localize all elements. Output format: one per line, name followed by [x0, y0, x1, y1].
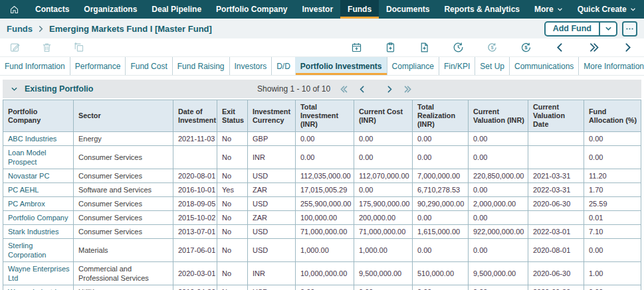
- cell-portfolio-company[interactable]: PC Ambrox: [3, 197, 74, 211]
- home-button[interactable]: [0, 0, 28, 19]
- tab[interactable]: Fin/KPI: [439, 57, 475, 75]
- cell-date-of-investment: 2021-11-03: [173, 132, 217, 146]
- nav-item[interactable]: Quick Create: [570, 0, 643, 19]
- cell-portfolio-company[interactable]: Loan Model Prospect: [3, 146, 74, 169]
- cell-portfolio-company[interactable]: Stark Industries: [3, 225, 74, 239]
- cell-portfolio-company[interactable]: Portfolio Company: [3, 211, 74, 225]
- tab[interactable]: Fund Information: [0, 57, 70, 75]
- tab-label: Compliance: [392, 62, 434, 71]
- nav-item[interactable]: Funds: [340, 0, 379, 19]
- cell-current-valuation: 0.00: [469, 285, 528, 290]
- next-page-icon[interactable]: [385, 85, 393, 94]
- cell-portfolio-company[interactable]: Sterling Corporation: [3, 239, 74, 262]
- cell-exit-status: No: [217, 132, 248, 146]
- nav-item[interactable]: Deal Pipeline: [144, 0, 209, 19]
- collapse-section-icon[interactable]: [11, 86, 18, 93]
- cell-portfolio-company[interactable]: ABC Industries: [3, 132, 74, 146]
- next-record-button[interactable]: [622, 42, 633, 53]
- nav-item[interactable]: Investor: [294, 0, 340, 19]
- table-row[interactable]: Novastar PC Consumer Services 2020-08-01…: [3, 169, 641, 183]
- currency-refresh-button[interactable]: $: [520, 42, 532, 53]
- nav-item-label: Organizations: [84, 5, 137, 14]
- table-row[interactable]: Stark Industries Consumer Services 2013-…: [3, 225, 641, 239]
- column-header[interactable]: Sector: [74, 100, 173, 132]
- column-header[interactable]: Total Realization (INR): [413, 100, 469, 132]
- cell-total-investment: 71,000,000.00: [296, 225, 354, 239]
- column-header[interactable]: Current Cost (INR): [354, 100, 413, 132]
- cell-exit-status: Yes: [217, 183, 248, 197]
- exchange-rate-button[interactable]: $: [486, 42, 498, 53]
- tab[interactable]: Compliance: [387, 57, 439, 75]
- tab[interactable]: More Information: [578, 57, 644, 75]
- table-row[interactable]: Portfolio Company Consumer Services 2015…: [3, 211, 641, 225]
- cell-portfolio-company[interactable]: PC AEHL: [3, 183, 74, 197]
- cell-current-cost: 0.00: [354, 183, 413, 197]
- table-row[interactable]: Wayne Enterprises Ltd Commercial and Pro…: [3, 262, 641, 285]
- previous-page-icon[interactable]: [358, 85, 366, 94]
- cell-current-valuation-date: 2020-06-30: [528, 262, 584, 285]
- table-row[interactable]: Sterling Corporation Materials 2017-06-0…: [3, 239, 641, 262]
- cell-total-investment: 1,000.00: [296, 239, 354, 262]
- tab[interactable]: Fund Raising: [172, 57, 229, 75]
- cell-portfolio-company[interactable]: Wayne Enterprises Ltd: [3, 262, 74, 285]
- nav-item[interactable]: Portfolio Company: [209, 0, 294, 19]
- chevron-left-icon: [554, 42, 566, 53]
- cell-current-valuation-date: 2022-03-01: [528, 225, 584, 239]
- nav-item[interactable]: Contacts: [28, 0, 76, 19]
- nav-item[interactable]: Organizations: [76, 0, 144, 19]
- tab[interactable]: Communications: [509, 57, 578, 75]
- table-row[interactable]: PC Ambrox Consumer Services 2018-09-05 N…: [3, 197, 641, 211]
- column-header[interactable]: Current Valuation (INR): [469, 100, 528, 132]
- column-header[interactable]: Date of Investment: [173, 100, 217, 132]
- cell-fund-allocation: 0.00: [584, 132, 641, 146]
- add-note-button[interactable]: [385, 42, 396, 53]
- cell-current-cost: 112,070,000.00: [354, 169, 413, 183]
- expand-records-button[interactable]: [588, 42, 599, 53]
- breadcrumb-root-link[interactable]: Funds: [7, 24, 33, 34]
- nav-item[interactable]: More: [527, 0, 570, 19]
- last-page-icon[interactable]: [403, 85, 411, 94]
- tab[interactable]: Set Up: [475, 57, 509, 75]
- table-row[interactable]: ABC Industries Energy 2021-11-03 No GBP …: [3, 132, 641, 146]
- column-header[interactable]: Portfolio Company: [3, 100, 74, 132]
- add-fund-label: Add Fund: [546, 23, 599, 35]
- cell-exit-status: No: [217, 197, 248, 211]
- nav-item[interactable]: Documents: [379, 0, 437, 19]
- copy-button[interactable]: [73, 42, 84, 53]
- cell-portfolio-company[interactable]: Wayne Industries: [3, 285, 74, 290]
- add-event-button[interactable]: [351, 42, 362, 53]
- ellipsis-icon: [625, 25, 634, 33]
- table-row[interactable]: PC AEHL Software and Services 2016-10-01…: [3, 183, 641, 197]
- tab[interactable]: Performance: [70, 57, 126, 75]
- first-page-icon[interactable]: [340, 85, 348, 94]
- tab[interactable]: Portfolio Investments: [295, 57, 387, 75]
- cell-total-realization: 0.00: [413, 239, 469, 262]
- add-fund-dropdown-toggle[interactable]: [600, 23, 616, 35]
- table-row[interactable]: Wayne Industries Utilities 2010-04-30 No…: [3, 285, 641, 290]
- column-header[interactable]: Current Valuation Date: [528, 100, 584, 132]
- add-fund-button[interactable]: Add Fund: [544, 21, 617, 36]
- column-header[interactable]: Total Investment (INR): [296, 100, 354, 132]
- delete-icon: [41, 42, 53, 53]
- column-header[interactable]: Investment Currency: [248, 100, 296, 132]
- add-document-button[interactable]: [419, 42, 430, 53]
- nav-item[interactable]: Reports & Analytics: [437, 0, 527, 19]
- cell-total-realization: 7,000,000.00: [413, 169, 469, 183]
- edit-button[interactable]: [9, 42, 21, 53]
- delete-button[interactable]: [41, 42, 53, 53]
- history-button[interactable]: [453, 42, 464, 53]
- column-header[interactable]: Exit Status: [217, 100, 248, 132]
- table-row[interactable]: Loan Model Prospect Consumer Services No…: [3, 146, 641, 169]
- nav-item-label: Investor: [302, 5, 333, 14]
- column-header[interactable]: Fund Allocation (%): [584, 100, 641, 132]
- tab[interactable]: Fund Cost: [125, 57, 171, 75]
- exchange-rate-icon: $: [486, 42, 498, 53]
- more-options-button[interactable]: [622, 21, 637, 36]
- cell-total-investment: 100,000.00: [296, 211, 354, 225]
- cell-current-valuation: 9,500,000.00: [469, 262, 528, 285]
- cell-portfolio-company[interactable]: Novastar PC: [3, 169, 74, 183]
- cell-current-cost: 0.00: [354, 285, 413, 290]
- tab[interactable]: Investors: [229, 57, 272, 75]
- previous-record-button[interactable]: [554, 42, 566, 53]
- tab[interactable]: D/D: [271, 57, 295, 75]
